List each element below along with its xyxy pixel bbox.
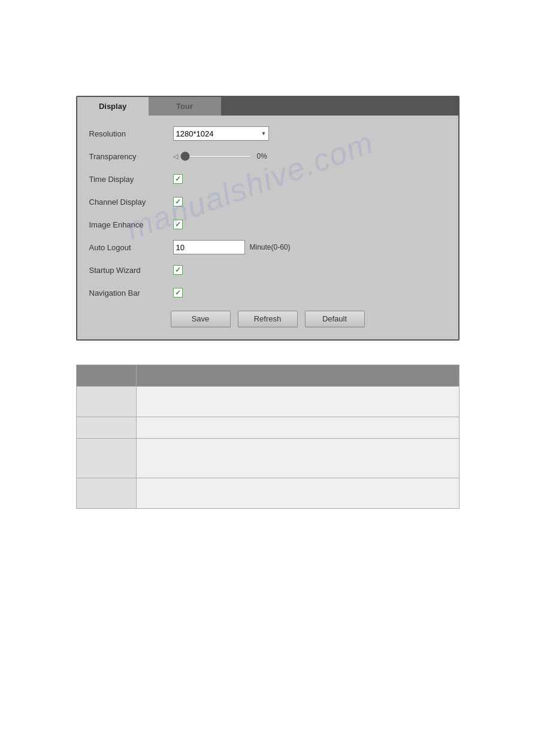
time-display-label: Time Display xyxy=(89,175,173,184)
auto-logout-label: Auto Logout xyxy=(89,243,173,252)
table-cell-label xyxy=(76,439,136,478)
image-enhance-row: Image Enhance xyxy=(89,216,446,233)
transparency-control: ◁ 0% xyxy=(173,152,446,160)
table-header-col1 xyxy=(76,365,136,387)
startup-wizard-label: Startup Wizard xyxy=(89,266,173,275)
time-display-checkbox[interactable] xyxy=(173,174,183,184)
resolution-row: Resolution 1280*1024 1920*1080 1024*768 … xyxy=(89,125,446,142)
tab-display[interactable]: Display xyxy=(77,97,149,116)
tab-tour[interactable]: Tour xyxy=(149,97,221,116)
transparency-slider[interactable] xyxy=(180,155,252,157)
table-row xyxy=(76,439,459,478)
navigation-bar-checkbox[interactable] xyxy=(173,288,183,297)
table-header-col2 xyxy=(136,365,459,387)
table-header-row xyxy=(76,365,459,387)
image-enhance-control xyxy=(173,220,446,229)
navigation-bar-control xyxy=(173,288,446,297)
default-button[interactable]: Default xyxy=(305,311,365,327)
table-cell-value xyxy=(136,417,459,439)
startup-wizard-checkbox[interactable] xyxy=(173,265,183,275)
auto-logout-input[interactable] xyxy=(173,240,245,254)
table-cell-value xyxy=(136,478,459,509)
transparency-label: Transparency xyxy=(89,152,173,161)
resolution-control: 1280*1024 1920*1080 1024*768 800*600 xyxy=(173,126,446,141)
table-cell-label xyxy=(76,387,136,417)
table-cell-value xyxy=(136,387,459,417)
table-row xyxy=(76,417,459,439)
channel-display-row: Channel Display xyxy=(89,193,446,210)
info-table xyxy=(76,365,460,509)
auto-logout-row: Auto Logout Minute(0-60) xyxy=(89,239,446,256)
table-cell-label xyxy=(76,417,136,439)
navigation-bar-label: Navigation Bar xyxy=(89,289,173,297)
slider-row: ◁ 0% xyxy=(173,152,267,160)
resolution-select[interactable]: 1280*1024 1920*1080 1024*768 800*600 xyxy=(173,126,269,141)
save-button[interactable]: Save xyxy=(171,311,231,327)
channel-display-checkbox[interactable] xyxy=(173,197,183,207)
tabs-row: Display Tour xyxy=(77,97,458,116)
table-cell-value xyxy=(136,439,459,478)
resolution-label: Resolution xyxy=(89,129,173,138)
transparency-row: Transparency ◁ 0% xyxy=(89,148,446,165)
channel-display-control xyxy=(173,197,446,207)
navigation-bar-row: Navigation Bar xyxy=(89,284,446,301)
table-row xyxy=(76,478,459,509)
time-display-control xyxy=(173,174,446,184)
buttons-row: Save Refresh Default xyxy=(89,311,446,327)
resolution-select-wrapper[interactable]: 1280*1024 1920*1080 1024*768 800*600 xyxy=(173,126,269,141)
startup-wizard-row: Startup Wizard xyxy=(89,262,446,278)
table-cell-label xyxy=(76,478,136,509)
settings-panel: Display Tour Resolution 1280*1024 1920*1… xyxy=(76,96,460,341)
slider-left-arrow[interactable]: ◁ xyxy=(173,153,178,160)
settings-body: Resolution 1280*1024 1920*1080 1024*768 … xyxy=(77,116,458,339)
auto-logout-control: Minute(0-60) xyxy=(173,240,446,254)
image-enhance-label: Image Enhance xyxy=(89,220,173,229)
minute-label: Minute(0-60) xyxy=(250,243,291,251)
image-enhance-checkbox[interactable] xyxy=(173,220,183,229)
transparency-value: 0% xyxy=(257,152,267,160)
channel-display-label: Channel Display xyxy=(89,198,173,207)
table-row xyxy=(76,387,459,417)
refresh-button[interactable]: Refresh xyxy=(238,311,298,327)
startup-wizard-control xyxy=(173,265,446,275)
time-display-row: Time Display xyxy=(89,171,446,187)
